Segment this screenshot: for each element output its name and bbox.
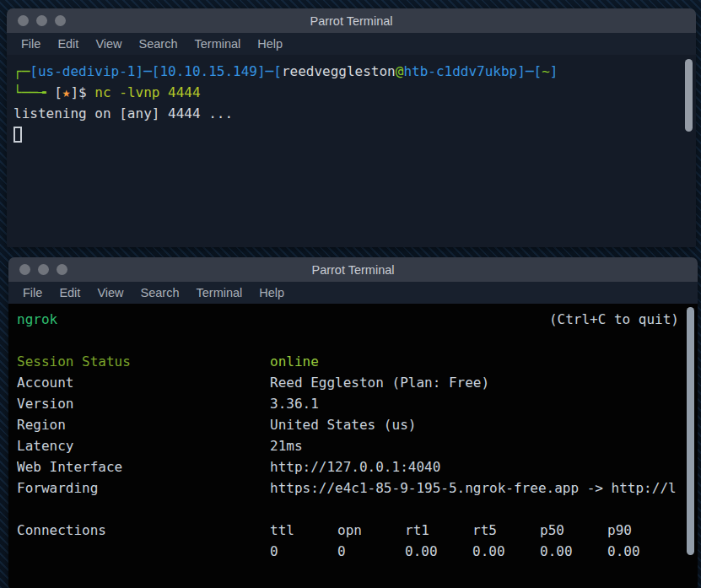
col-rt5: rt5 xyxy=(472,520,540,541)
window-buttons xyxy=(19,257,67,282)
val-p50: 0.00 xyxy=(540,541,607,562)
menu-edit[interactable]: Edit xyxy=(49,37,87,51)
menu-file[interactable]: File xyxy=(13,37,49,51)
window-button-close-icon[interactable] xyxy=(19,264,30,275)
val-opn: 0 xyxy=(337,541,405,562)
ngrok-row-version: Version 3.36.1 xyxy=(17,393,698,414)
col-opn: opn xyxy=(337,520,405,541)
titlebar[interactable]: Parrot Terminal xyxy=(8,257,698,282)
terminal-output-area: ┌─[us-dedivip-1]─[10.10.15.149]─[reedveg… xyxy=(7,55,696,247)
window-buttons xyxy=(18,8,66,33)
ngrok-header-line: ngrok (Ctrl+C to quit) xyxy=(17,309,698,330)
ngrok-row-session-status: Session Status online xyxy=(17,351,698,372)
star-icon: ★ xyxy=(62,84,71,100)
terminal-window-ngrok: Parrot Terminal File Edit View Search Te… xyxy=(8,257,698,588)
prompt-close-bracket: ] xyxy=(550,63,558,79)
window-button-minimize-icon[interactable] xyxy=(36,15,47,26)
val-ttl: 0 xyxy=(270,541,337,562)
col-p50: p50 xyxy=(540,520,607,541)
ngrok-row-latency: Latency 21ms xyxy=(17,435,698,456)
col-rt1: rt1 xyxy=(405,520,472,541)
prompt-frame: ┌─ xyxy=(13,63,30,79)
ngrok-row-forwarding: Forwarding https://e4c1-85-9-195-5.ngrok… xyxy=(17,477,698,499)
val-p90: 0.00 xyxy=(607,541,675,562)
titlebar[interactable]: Parrot Terminal xyxy=(7,8,696,33)
menu-edit[interactable]: Edit xyxy=(51,286,89,299)
connections-header-row: Connections ttl opn rt1 rt5 p50 p90 xyxy=(17,520,698,541)
menu-bar: File Edit View Search Terminal Help xyxy=(8,282,698,304)
val-rt5: 0.00 xyxy=(472,541,540,562)
prompt-line-1: ┌─[us-dedivip-1]─[10.10.15.149]─[reedveg… xyxy=(13,61,696,82)
window-title: Parrot Terminal xyxy=(310,14,392,28)
prompt-hostname: htb-c1ddv7ukbp]─[ xyxy=(403,63,542,79)
prompt-at-sign: @ xyxy=(396,63,404,79)
window-button-minimize-icon[interactable] xyxy=(38,264,49,275)
menu-search[interactable]: Search xyxy=(131,37,186,51)
status-badge: online xyxy=(270,351,319,372)
menu-help[interactable]: Help xyxy=(251,286,293,299)
prompt-dollar: ]$ xyxy=(70,84,94,100)
menu-search[interactable]: Search xyxy=(132,286,188,299)
col-p90: p90 xyxy=(607,520,675,541)
window-button-close-icon[interactable] xyxy=(18,15,29,26)
ngrok-app-name: ngrok xyxy=(17,309,57,330)
typed-command: nc -lvnp 4444 xyxy=(94,84,200,100)
window-button-maximize-icon[interactable] xyxy=(57,264,67,275)
prompt-vpn-ip: [us-dedivip-1]─[10.10.15.149]─[ xyxy=(30,63,282,79)
prompt-bracket-open: [ xyxy=(54,84,62,100)
terminal-window-netcat: Parrot Terminal File Edit View Search Te… xyxy=(7,8,696,247)
menu-help[interactable]: Help xyxy=(249,37,291,51)
window-title: Parrot Terminal xyxy=(311,263,394,277)
scrollbar-thumb[interactable] xyxy=(687,307,694,555)
prompt-line-2: └──╼ [★]$ nc -lvnp 4444 xyxy=(13,82,696,103)
menu-terminal[interactable]: Terminal xyxy=(188,286,251,299)
ngrok-output-area: ngrok (Ctrl+C to quit) Session Status on… xyxy=(8,304,698,588)
ngrok-row-account: Account Reed Eggleston (Plan: Free) xyxy=(17,372,698,393)
menu-view[interactable]: View xyxy=(89,286,132,299)
menu-view[interactable]: View xyxy=(87,37,130,51)
val-rt1: 0.00 xyxy=(405,541,472,562)
scrollbar-thumb[interactable] xyxy=(685,59,693,132)
connections-values-row: 0 0 0.00 0.00 0.00 0.00 xyxy=(17,541,698,562)
window-button-maximize-icon[interactable] xyxy=(55,15,66,26)
menu-bar: File Edit View Search Terminal Help xyxy=(7,33,696,55)
forwarding-url: https://e4c1-85-9-195-5.ngrok-free.app -… xyxy=(270,477,677,499)
menu-file[interactable]: File xyxy=(14,286,51,299)
ngrok-row-web-interface: Web Interface http://127.0.0.1:4040 xyxy=(17,456,698,477)
ngrok-quit-hint: (Ctrl+C to quit) xyxy=(549,309,679,330)
terminal-cursor xyxy=(13,127,22,143)
cursor-line xyxy=(13,124,696,148)
prompt-frame-tail: └──╼ xyxy=(13,84,54,100)
prompt-username: reedveggleston xyxy=(282,63,396,79)
col-ttl: ttl xyxy=(270,520,337,541)
netcat-output-line: listening on [any] 4444 ... xyxy=(13,103,696,124)
menu-terminal[interactable]: Terminal xyxy=(186,37,250,51)
prompt-home-dir: ~ xyxy=(542,63,550,79)
ngrok-row-region: Region United States (us) xyxy=(17,414,698,435)
